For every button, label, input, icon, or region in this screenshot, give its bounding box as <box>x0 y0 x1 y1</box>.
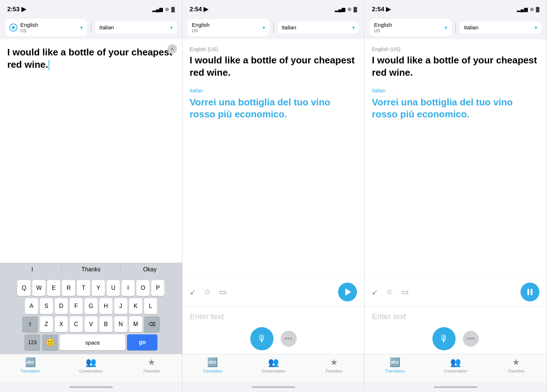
input-placeholder-3[interactable]: Enter text <box>372 312 539 321</box>
tab-translation-3[interactable]: 🔤 Translation <box>365 357 425 373</box>
target-lang-label-2: Italian <box>190 88 357 93</box>
key-m[interactable]: M <box>129 316 142 332</box>
target-text-2: Vorrei una bottiglia del tuo vino rosso … <box>190 96 357 121</box>
close-button-1[interactable]: ✕ <box>168 44 177 54</box>
key-o[interactable]: O <box>136 280 149 296</box>
mic-icon-2: 🎙 <box>257 333 267 345</box>
expand-icon-2[interactable]: ↙ <box>190 288 196 296</box>
key-d[interactable]: D <box>55 298 68 314</box>
key-g[interactable]: G <box>85 298 98 314</box>
key-t[interactable]: T <box>77 280 90 296</box>
battery-icon-3: ▓ <box>536 7 539 12</box>
home-indicator-2 <box>182 382 365 392</box>
phone-panel-2: 2:54 ▶ ▂▄▆ ⊜ ▓ English US ▾ Italian <box>182 0 365 392</box>
key-s[interactable]: S <box>40 298 53 314</box>
chevron-down-italian-1: ▾ <box>170 25 173 30</box>
key-delete[interactable]: ⌫ <box>144 316 160 332</box>
mic-button-3[interactable]: 🎙 <box>432 327 456 350</box>
suggestion-okay[interactable]: Okay <box>120 265 179 274</box>
play-button-2[interactable] <box>338 283 357 301</box>
lang-selector-left-3[interactable]: English US ▾ <box>370 19 452 36</box>
translation-icon-1: 🔤 <box>25 357 36 367</box>
lang-divider-2 <box>273 22 274 33</box>
star-icon-2[interactable]: ☆ <box>204 287 211 297</box>
lang-divider-1 <box>91 22 91 33</box>
key-b[interactable]: B <box>99 316 112 332</box>
key-c[interactable]: C <box>70 316 83 332</box>
keyboard-suggestions-1: I Thanks Okay <box>0 263 182 276</box>
input-placeholder-2[interactable]: Enter text <box>190 312 357 321</box>
key-space[interactable]: space <box>60 334 125 350</box>
key-x[interactable]: X <box>55 316 68 332</box>
favorites-icon-1: ★ <box>148 357 156 367</box>
lang-bar-3: English US ▾ Italian ▾ <box>365 16 547 39</box>
more-icon-3: ••• <box>467 335 475 343</box>
lang-selector-right-3[interactable]: Italian ▾ <box>460 21 542 34</box>
lang-name-english-2: English US <box>192 22 210 33</box>
key-q[interactable]: Q <box>17 280 30 296</box>
lang-selector-left-2[interactable]: English US ▾ <box>188 19 270 36</box>
key-e[interactable]: E <box>47 280 60 296</box>
pause-button-3[interactable] <box>521 283 539 301</box>
lang-selector-left-1[interactable]: English US ▾ <box>5 19 87 36</box>
tab-favorites-1[interactable]: ★ Favorites <box>121 357 182 373</box>
pause-bars-icon-3 <box>527 289 532 295</box>
translation-icon-3: 🔤 <box>390 357 400 367</box>
chevron-down-italian-3: ▾ <box>535 25 537 30</box>
book-icon-3[interactable]: ▭ <box>401 287 409 297</box>
key-w[interactable]: W <box>32 280 45 296</box>
input-area-2: Enter text 🎙 ••• <box>182 306 365 354</box>
key-z[interactable]: Z <box>40 316 53 332</box>
tab-translation-1[interactable]: 🔤 Translation <box>0 357 61 373</box>
key-numbers[interactable]: 123 <box>24 334 40 350</box>
source-text-1: I would like a bottle of your cheapest r… <box>7 46 175 71</box>
lang-selector-right-1[interactable]: Italian ▾ <box>95 21 177 34</box>
status-time-3: 2:54 ▶ <box>372 5 391 13</box>
tab-bar-1: 🔤 Translation 👥 Conversation ★ Favorites <box>0 354 182 382</box>
favorites-label-1: Favorites <box>143 369 160 373</box>
key-shift[interactable]: ⇧ <box>22 316 38 332</box>
key-p[interactable]: P <box>151 280 164 296</box>
home-indicator-3 <box>365 382 547 392</box>
key-l[interactable]: L <box>144 298 157 314</box>
more-button-3[interactable]: ••• <box>463 331 479 347</box>
key-n[interactable]: N <box>114 316 127 332</box>
wifi-icon-2: ⊜ <box>347 7 351 12</box>
lang-selector-right-2[interactable]: Italian ▾ <box>277 21 359 34</box>
key-f[interactable]: F <box>70 298 83 314</box>
tab-conversation-1[interactable]: 👥 Conversation <box>61 357 121 373</box>
target-text-3: Vorrei una bottiglia del tuo vino rosso … <box>372 96 539 121</box>
conversation-icon-1: 👥 <box>86 357 96 367</box>
tab-translation-2[interactable]: 🔤 Translation <box>182 357 243 373</box>
book-icon-2[interactable]: ▭ <box>219 287 227 297</box>
key-u[interactable]: U <box>107 280 120 296</box>
translation-area-3: English (US) I would like a bottle of yo… <box>365 39 547 277</box>
key-go[interactable]: go <box>127 334 157 350</box>
key-i[interactable]: I <box>122 280 135 296</box>
key-a[interactable]: A <box>25 298 38 314</box>
suggestion-i[interactable]: I <box>3 265 62 274</box>
key-h[interactable]: H <box>99 298 112 314</box>
conversation-icon-2: 👥 <box>268 357 279 367</box>
key-j[interactable]: J <box>114 298 127 314</box>
action-bar-3: ↙ ☆ ▭ <box>365 277 547 306</box>
lang-bar-2: English US ▾ Italian ▾ <box>182 16 365 39</box>
key-y[interactable]: Y <box>92 280 105 296</box>
tab-conversation-2[interactable]: 👥 Conversation <box>243 357 304 373</box>
chevron-down-english-3: ▾ <box>445 25 447 30</box>
mic-icon-3: 🎙 <box>439 333 449 345</box>
chevron-down-english-1: ▾ <box>80 25 83 30</box>
key-row-2: A S D F G H J K L <box>2 298 180 314</box>
star-icon-3[interactable]: ☆ <box>386 287 393 297</box>
more-button-2[interactable]: ••• <box>281 331 297 347</box>
key-k[interactable]: K <box>129 298 142 314</box>
key-emoji[interactable]: 🙂 <box>42 334 58 350</box>
tab-favorites-2[interactable]: ★ Favorites <box>304 357 364 373</box>
key-r[interactable]: R <box>62 280 75 296</box>
key-v[interactable]: V <box>85 316 98 332</box>
mic-button-2[interactable]: 🎙 <box>250 327 274 350</box>
tab-favorites-3[interactable]: ★ Favorites <box>486 357 547 373</box>
tab-conversation-3[interactable]: 👥 Conversation <box>425 357 486 373</box>
suggestion-thanks[interactable]: Thanks <box>62 265 120 274</box>
expand-icon-3[interactable]: ↙ <box>372 288 378 296</box>
